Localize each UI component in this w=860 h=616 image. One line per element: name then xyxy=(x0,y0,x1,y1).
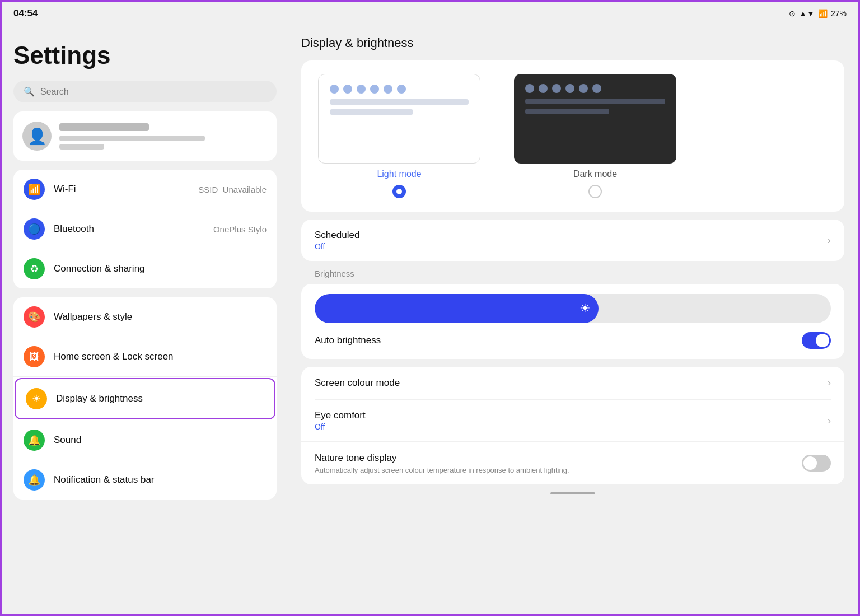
wallpaper-icon: 🎨 xyxy=(24,306,45,328)
nature-tone-row[interactable]: Nature tone display Automatically adjust… xyxy=(301,442,844,484)
dark-mode-preview xyxy=(514,74,676,164)
brightness-section-label: Brightness xyxy=(301,269,844,284)
search-icon: 🔍 xyxy=(24,86,35,97)
profile-desc-blur2 xyxy=(59,144,104,150)
eye-comfort-row[interactable]: Eye comfort Off › xyxy=(301,400,844,442)
light-mode-preview xyxy=(318,74,480,164)
dark-mode-label: Dark mode xyxy=(573,169,617,179)
sidebar-item-display[interactable]: ☀ Display & brightness xyxy=(15,378,275,419)
light-mode-label: Light mode xyxy=(377,169,421,179)
sidebar-item-wallpaper[interactable]: 🎨 Wallpapers & style xyxy=(13,297,277,337)
wifi-icon: 📶 xyxy=(818,9,828,18)
light-mode-option[interactable]: Light mode xyxy=(318,74,480,198)
wifi-value: SSID_Unavailable xyxy=(198,185,267,194)
sound-icon: 🔔 xyxy=(24,430,45,451)
brightness-card: ☀ Auto brightness xyxy=(301,284,844,359)
home-label: Home screen & Lock screen xyxy=(54,351,267,362)
toggle-knob xyxy=(816,334,829,347)
bluetooth-value: OnePlus Stylo xyxy=(213,225,267,234)
scheduled-chevron: › xyxy=(828,235,831,246)
page-title: Settings xyxy=(13,41,277,69)
scheduled-content: Scheduled Off xyxy=(315,230,828,251)
main-layout: Settings 🔍 👤 📶 Wi-Fi SSID_Unavailable xyxy=(2,25,858,614)
sound-label: Sound xyxy=(54,435,267,446)
bottom-settings-card: Screen colour mode › Eye comfort Off › N… xyxy=(301,367,844,484)
auto-brightness-label: Auto brightness xyxy=(315,335,802,346)
brightness-sun-icon: ☀ xyxy=(579,301,591,316)
notification-icon: 🔔 xyxy=(24,469,45,491)
scheduled-row[interactable]: Scheduled Off › xyxy=(301,220,844,261)
light-preview-dots xyxy=(319,74,480,99)
scheduled-title: Scheduled xyxy=(315,230,828,241)
right-panel-title: Display & brightness xyxy=(301,36,844,50)
home-icon: 🖼 xyxy=(24,346,45,367)
scroll-area xyxy=(301,492,844,494)
display-label: Display & brightness xyxy=(56,393,264,404)
left-panel: Settings 🔍 👤 📶 Wi-Fi SSID_Unavailable xyxy=(2,25,288,614)
dark-mode-radio[interactable] xyxy=(588,185,602,198)
toggle-knob-off xyxy=(803,456,817,470)
brightness-slider-fill: ☀ xyxy=(315,294,599,323)
search-bar[interactable]: 🔍 xyxy=(13,81,277,102)
brightness-slider-wrap[interactable]: ☀ xyxy=(315,294,831,323)
bluetooth-label: Bluetooth xyxy=(54,223,204,235)
profile-info xyxy=(59,123,268,150)
status-icons: ⊙ ▲▼ 📶 27% xyxy=(789,9,847,18)
sidebar-item-bluetooth[interactable]: 🔵 Bluetooth OnePlus Stylo xyxy=(13,209,277,249)
status-time: 04:54 xyxy=(13,8,38,19)
screen-colour-chevron: › xyxy=(828,377,831,389)
nature-tone-toggle[interactable] xyxy=(802,455,831,472)
sidebar-item-connection[interactable]: ♻ Connection & sharing xyxy=(13,249,277,288)
scheduled-value: Off xyxy=(315,242,828,251)
avatar: 👤 xyxy=(22,122,52,151)
connectivity-group: 📶 Wi-Fi SSID_Unavailable 🔵 Bluetooth One… xyxy=(13,170,277,288)
headphone-icon: ⊙ xyxy=(789,9,796,18)
eye-comfort-title: Eye comfort xyxy=(315,410,828,421)
dark-mode-option[interactable]: Dark mode xyxy=(514,74,676,198)
wifi-label: Wi-Fi xyxy=(54,184,189,195)
avatar-icon: 👤 xyxy=(27,127,47,146)
profile-desc-blur xyxy=(59,136,205,141)
screen-colour-title: Screen colour mode xyxy=(315,377,828,389)
profile-name-blur xyxy=(59,123,149,131)
right-panel: Display & brightness xyxy=(288,25,858,614)
dark-preview-lines xyxy=(514,99,676,114)
dark-preview-dots xyxy=(514,74,676,99)
brightness-section-wrap: Brightness ☀ Auto brightness xyxy=(301,269,844,359)
nature-tone-content: Nature tone display Automatically adjust… xyxy=(315,452,802,474)
profile-card[interactable]: 👤 xyxy=(13,111,277,161)
status-bar: 04:54 ⊙ ▲▼ 📶 27% xyxy=(2,2,858,25)
auto-brightness-row: Auto brightness xyxy=(315,332,831,349)
eye-comfort-chevron: › xyxy=(828,415,831,427)
sidebar-item-sound[interactable]: 🔔 Sound xyxy=(13,421,277,460)
sidebar-item-wifi[interactable]: 📶 Wi-Fi SSID_Unavailable xyxy=(13,170,277,209)
light-mode-radio[interactable] xyxy=(392,185,406,198)
nature-tone-title: Nature tone display xyxy=(315,452,802,464)
eye-comfort-content: Eye comfort Off xyxy=(315,410,828,431)
connection-icon: ♻ xyxy=(24,258,45,279)
battery-icon: 27% xyxy=(831,9,847,18)
mode-selection-card: Light mode xyxy=(301,60,844,212)
scheduled-section: Scheduled Off › xyxy=(301,220,844,261)
wifi-icon: 📶 xyxy=(24,179,45,200)
customization-group: 🎨 Wallpapers & style 🖼 Home screen & Loc… xyxy=(13,297,277,500)
wallpaper-label: Wallpapers & style xyxy=(54,311,267,323)
sidebar-item-home[interactable]: 🖼 Home screen & Lock screen xyxy=(13,337,277,377)
brightness-slider-track[interactable]: ☀ xyxy=(315,294,831,323)
light-preview-lines xyxy=(319,99,480,115)
eye-comfort-value: Off xyxy=(315,422,828,431)
screen-colour-row[interactable]: Screen colour mode › xyxy=(301,367,844,399)
connection-label: Connection & sharing xyxy=(54,263,267,274)
radio-inner xyxy=(396,189,402,194)
sidebar-item-notification[interactable]: 🔔 Notification & status bar xyxy=(13,460,277,500)
bluetooth-icon: 🔵 xyxy=(24,218,45,240)
screen-colour-content: Screen colour mode xyxy=(315,377,828,389)
notification-label: Notification & status bar xyxy=(54,474,267,486)
scroll-indicator xyxy=(550,492,595,494)
display-icon: ☀ xyxy=(26,388,47,409)
search-input[interactable] xyxy=(40,87,267,97)
signal-icon: ▲▼ xyxy=(799,9,815,18)
nature-tone-desc: Automatically adjust screen colour tempe… xyxy=(315,466,651,474)
auto-brightness-toggle[interactable] xyxy=(802,332,831,349)
